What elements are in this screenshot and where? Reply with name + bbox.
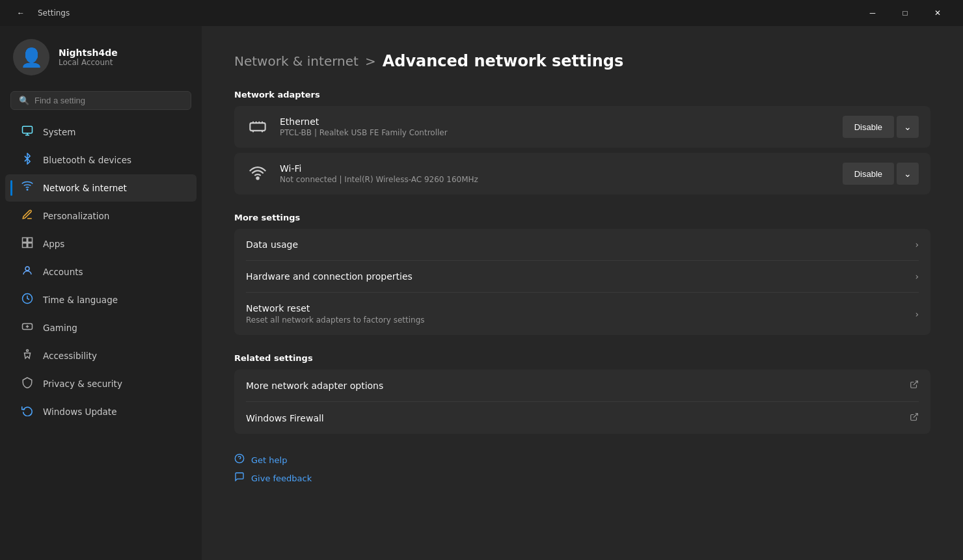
sidebar-item-gaming[interactable]: Gaming (5, 314, 197, 341)
svg-rect-0 (23, 126, 33, 133)
update-icon (21, 405, 34, 419)
get-help-label: Get help (251, 455, 287, 465)
hardware-props-chevron: › (915, 271, 919, 282)
sidebar-item-personalization[interactable]: Personalization (5, 202, 197, 230)
sidebar-item-label-apps: Apps (43, 239, 64, 249)
sidebar-item-system[interactable]: System (5, 118, 197, 146)
adapter-detail-wifi: Not connected | Intel(R) Wireless-AC 926… (280, 175, 832, 184)
hardware-props-info: Hardware and connection properties (246, 271, 413, 282)
sidebar-item-bluetooth[interactable]: Bluetooth & devices (5, 146, 197, 174)
search-box[interactable]: 🔍 (10, 91, 191, 110)
sidebar-item-privacy[interactable]: Privacy & security (5, 370, 197, 397)
time-icon (21, 293, 34, 307)
wifi-chevron-icon: ⌄ (904, 168, 912, 179)
svg-rect-3 (28, 238, 33, 243)
data-usage-row[interactable]: Data usage › (234, 229, 930, 260)
sidebar-item-label-system: System (43, 127, 75, 137)
section-title-more-settings: More settings (234, 213, 930, 222)
more-settings-card: Data usage › Hardware and connection pro… (234, 229, 930, 335)
ethernet-disable-button[interactable]: Disable (843, 116, 894, 138)
more-adapter-external-icon (910, 380, 919, 391)
breadcrumb: Network & internet > Advanced network se… (234, 52, 930, 70)
sidebar-item-update[interactable]: Windows Update (5, 398, 197, 425)
section-title-related-settings: Related settings (234, 353, 930, 363)
sidebar-item-label-bluetooth: Bluetooth & devices (43, 155, 131, 165)
sidebar-item-time[interactable]: Time & language (5, 286, 197, 313)
adapter-item-wifi: Wi-Fi Not connected | Intel(R) Wireless-… (234, 153, 930, 194)
breadcrumb-current: Advanced network settings (383, 52, 624, 70)
wifi-disable-button[interactable]: Disable (843, 163, 894, 185)
windows-firewall-info: Windows Firewall (246, 413, 324, 423)
back-button[interactable]: ← (10, 3, 31, 23)
search-container: 🔍 (0, 86, 202, 118)
sidebar-item-apps[interactable]: Apps (5, 230, 197, 258)
svg-rect-5 (28, 243, 33, 248)
adapter-item-ethernet: Ethernet PTCL-BB | Realtek USB FE Family… (234, 106, 930, 148)
svg-rect-4 (23, 243, 27, 248)
search-input[interactable] (34, 96, 183, 105)
svg-line-13 (914, 414, 917, 418)
adapter-controls-ethernet: Disable ⌄ (843, 116, 919, 138)
network-reset-subtitle: Reset all network adapters to factory se… (246, 315, 425, 325)
network-reset-info: Network reset Reset all network adapters… (246, 303, 425, 325)
section-title-adapters: Network adapters (234, 90, 930, 100)
close-icon: ✕ (934, 8, 941, 18)
hardware-props-row[interactable]: Hardware and connection properties › (234, 261, 930, 292)
sidebar-item-label-gaming: Gaming (43, 323, 77, 333)
sidebar-item-label-personalization: Personalization (43, 211, 109, 221)
maximize-icon: □ (902, 8, 907, 18)
content-area: Network & internet > Advanced network se… (202, 26, 963, 560)
windows-firewall-external-icon (910, 412, 919, 423)
svg-rect-2 (23, 238, 27, 243)
network-icon (21, 181, 34, 195)
adapter-name-ethernet: Ethernet (280, 116, 832, 127)
adapter-card-ethernet: Ethernet PTCL-BB | Realtek USB FE Family… (234, 106, 930, 148)
svg-rect-10 (250, 123, 265, 131)
give-feedback-link[interactable]: Give feedback (234, 472, 930, 485)
accounts-icon (21, 265, 34, 279)
network-reset-title: Network reset (246, 303, 425, 313)
minimize-icon: ─ (870, 8, 876, 18)
sidebar-nav: System Bluetooth & devices Network & (0, 118, 202, 426)
footer-links: Get help Give feedback (234, 453, 930, 485)
windows-firewall-row[interactable]: Windows Firewall (234, 402, 930, 434)
apps-icon (21, 237, 34, 251)
gaming-icon (21, 321, 34, 335)
avatar-icon: 👤 (20, 47, 43, 68)
user-type: Local Account (59, 58, 118, 67)
windows-firewall-title: Windows Firewall (246, 413, 324, 423)
sidebar-item-label-privacy: Privacy & security (43, 379, 122, 389)
app-container: 👤 Nightsh4de Local Account 🔍 (0, 26, 963, 560)
breadcrumb-parent[interactable]: Network & internet (234, 53, 359, 69)
wifi-expand-button[interactable]: ⌄ (897, 163, 919, 185)
adapter-name-wifi: Wi-Fi (280, 163, 832, 174)
sidebar-item-network[interactable]: Network & internet (5, 174, 197, 202)
get-help-icon (234, 453, 245, 466)
ethernet-expand-button[interactable]: ⌄ (897, 116, 919, 138)
user-info: Nightsh4de Local Account (59, 47, 118, 67)
more-adapter-info: More network adapter options (246, 380, 383, 391)
adapter-info-ethernet: Ethernet PTCL-BB | Realtek USB FE Family… (280, 116, 832, 137)
breadcrumb-separator: > (365, 53, 376, 69)
maximize-button[interactable]: □ (890, 3, 920, 23)
network-reset-row[interactable]: Network reset Reset all network adapters… (234, 293, 930, 335)
get-help-link[interactable]: Get help (234, 453, 930, 466)
sidebar-item-accounts[interactable]: Accounts (5, 258, 197, 286)
network-reset-chevron: › (915, 309, 919, 319)
svg-point-6 (25, 267, 29, 271)
privacy-icon (21, 377, 34, 391)
sidebar-item-label-network: Network & internet (43, 183, 127, 193)
svg-point-9 (27, 350, 29, 352)
user-name: Nightsh4de (59, 47, 118, 58)
minimize-button[interactable]: ─ (858, 3, 888, 23)
titlebar-controls: ─ □ ✕ (858, 3, 953, 23)
sidebar: 👤 Nightsh4de Local Account 🔍 (0, 26, 202, 560)
adapter-detail-ethernet: PTCL-BB | Realtek USB FE Family Controll… (280, 128, 832, 137)
data-usage-title: Data usage (246, 239, 298, 250)
sidebar-item-label-update: Windows Update (43, 407, 116, 417)
more-adapter-title: More network adapter options (246, 380, 383, 391)
adapter-controls-wifi: Disable ⌄ (843, 163, 919, 185)
close-button[interactable]: ✕ (923, 3, 953, 23)
sidebar-item-accessibility[interactable]: Accessibility (5, 342, 197, 369)
more-adapter-options-row[interactable]: More network adapter options (234, 369, 930, 401)
